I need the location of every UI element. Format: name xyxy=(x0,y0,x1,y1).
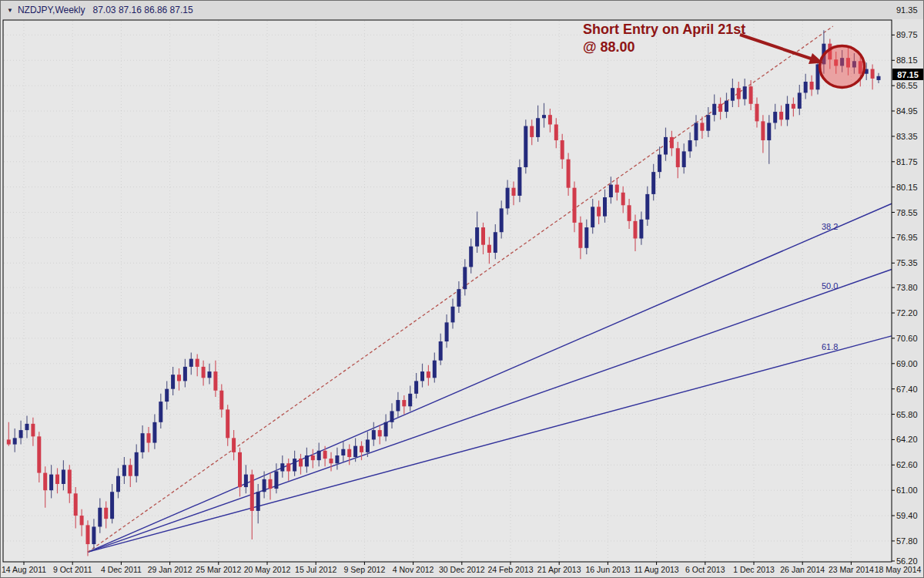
candle-body-bull xyxy=(141,433,145,452)
candle-body-bull xyxy=(804,82,808,92)
chart-plot-area[interactable] xyxy=(1,1,924,578)
candle-body-bear xyxy=(104,508,108,519)
candle-body-bull xyxy=(366,439,370,452)
candle-body-bull xyxy=(500,208,504,232)
short-entry-annotation[interactable]: Short Entry on April 21st @ 88.00 xyxy=(583,21,745,56)
candle-body-bear xyxy=(238,452,242,487)
candle-body-bear xyxy=(378,430,382,436)
candle-body-bull xyxy=(280,463,284,471)
candle-body-bull xyxy=(645,194,649,220)
y-axis-label: 88.15 xyxy=(896,55,924,66)
candle-body-bear xyxy=(573,188,577,223)
candle-body-bull xyxy=(244,475,248,487)
x-axis-label: 24 Feb 2013 xyxy=(488,565,534,574)
candle-body-bear xyxy=(147,433,151,442)
candle-body-bull xyxy=(463,267,467,289)
y-axis-label: 91.35 xyxy=(896,5,924,15)
y-axis-label: 76.95 xyxy=(896,232,924,243)
candle-body-bear xyxy=(177,375,181,381)
candle-body-bull xyxy=(591,207,594,227)
x-axis-label: 15 Jul 2012 xyxy=(295,565,336,574)
candle-body-bear xyxy=(554,124,558,140)
candle-body-bull xyxy=(524,126,527,167)
candle-body-bull xyxy=(706,115,710,131)
y-axis-label: 64.20 xyxy=(896,434,924,445)
candle-body-bear xyxy=(232,438,236,452)
x-axis-label: 21 Apr 2013 xyxy=(537,565,581,574)
candle-body-bear xyxy=(676,148,680,167)
candle-body-bull xyxy=(189,359,193,367)
candle-body-bull xyxy=(731,88,735,100)
candle-body-bull xyxy=(725,101,728,112)
candle-body-bull xyxy=(384,422,388,436)
candle-body-bear xyxy=(37,436,41,472)
x-axis-label: 11 Aug 2013 xyxy=(634,565,678,574)
x-axis-label: 23 Mar 2014 xyxy=(829,565,874,574)
candle-body-bull xyxy=(451,307,455,323)
candle-body-bear xyxy=(779,112,783,119)
candle-body-bear xyxy=(567,160,571,188)
chart-dropdown-icon[interactable]: ▼ xyxy=(7,7,13,14)
annotation-line-1: Short Entry on April 21st xyxy=(583,21,745,39)
candle-body-bear xyxy=(615,185,619,193)
chart-titlebar: ▼ NZDJPY,Weekly 87.03 87.16 86.86 87.15 xyxy=(1,1,923,19)
x-axis-label: 25 Mar 2012 xyxy=(196,565,241,574)
y-axis-label: 80.15 xyxy=(896,182,924,193)
candle-body-bull xyxy=(293,459,296,471)
candle-body-bull xyxy=(305,455,309,466)
y-axis-label: 84.95 xyxy=(896,106,924,116)
candle-body-bull xyxy=(414,381,418,393)
candle-body-bear xyxy=(530,126,534,137)
candle-body-bull xyxy=(743,86,747,99)
candle-body-bear xyxy=(219,391,223,410)
x-axis-label: 9 Oct 2011 xyxy=(53,565,92,574)
candle-body-bear xyxy=(628,205,631,221)
candle-body-bear xyxy=(299,459,303,466)
candle-body-bear xyxy=(43,473,47,491)
x-axis-label: 30 Dec 2012 xyxy=(439,565,485,574)
y-axis-label: 69.00 xyxy=(896,358,924,369)
x-axis-label: 4 Nov 2012 xyxy=(393,565,434,574)
candle-body-bear xyxy=(512,188,516,196)
candle-body-bull xyxy=(682,151,686,167)
candle-body-bear xyxy=(481,227,485,245)
candle-body-bull xyxy=(396,400,400,411)
x-axis-label: 6 Oct 2013 xyxy=(685,565,725,574)
fib-level-label-38.2: 38.2 xyxy=(822,222,838,231)
y-axis-label: 61.00 xyxy=(896,485,924,496)
candle-body-bull xyxy=(658,155,661,173)
candle-body-bull xyxy=(165,389,169,402)
candle-body-bull xyxy=(353,446,357,457)
candle-body-bear xyxy=(55,475,59,484)
x-axis-label: 4 Dec 2011 xyxy=(101,565,142,574)
candle-body-bear xyxy=(202,367,206,378)
candle-body-bull xyxy=(651,172,655,194)
candle-body-bull xyxy=(335,455,339,463)
candle-body-bull xyxy=(603,197,607,217)
candle-body-bull xyxy=(445,322,449,341)
y-axis-label: 59.40 xyxy=(896,510,924,521)
candle-body-bull xyxy=(688,140,692,151)
candle-body-bear xyxy=(792,104,795,109)
candle-body-bear xyxy=(634,221,638,239)
candle-body-bull xyxy=(639,220,643,239)
x-axis-label: 16 Jun 2013 xyxy=(585,565,630,574)
candle-body-bear xyxy=(749,86,753,104)
candle-body-bull xyxy=(98,508,102,527)
candle-body-bull xyxy=(475,227,479,247)
candle-body-bear xyxy=(427,371,430,378)
candle-body-bull xyxy=(263,479,266,492)
candle-body-bear xyxy=(561,140,564,160)
candle-body-bull xyxy=(494,232,497,253)
candle-body-bear xyxy=(487,245,491,253)
x-axis-label: 20 May 2012 xyxy=(244,565,291,574)
candle-body-bull xyxy=(256,492,260,511)
candle-body-bear xyxy=(700,123,704,130)
candle-body-bull xyxy=(506,188,510,209)
x-axis-label: 18 May 2014 xyxy=(875,565,922,574)
candle-body-bear xyxy=(330,459,333,463)
candle-body-bear xyxy=(871,69,875,79)
candle-body-bull xyxy=(433,361,437,378)
candle-body-bull xyxy=(664,137,668,155)
candle-body-bull xyxy=(341,449,345,455)
